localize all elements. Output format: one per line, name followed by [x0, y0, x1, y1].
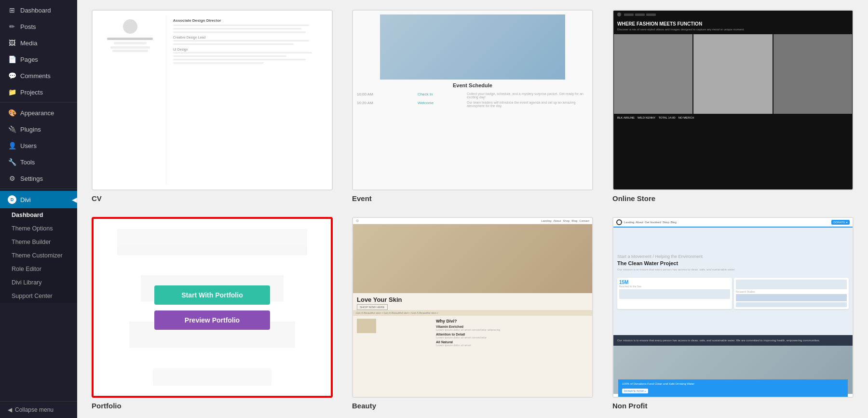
online-store-card-label: Online Store [612, 194, 655, 202]
np-nav: Landing About Get Involved Shop Blog DON… [613, 218, 853, 228]
np-stat-card-1: 15M Reached for the Sea [617, 278, 732, 309]
sidebar-submenu-item-role-editor[interactable]: Role Editor [0, 262, 77, 276]
beauty-feature-1: Vitamin Enriched Lorem ipsum dolor sit a… [436, 325, 588, 331]
sidebar: ⊞ Dashboard ✏ Posts 🖼 Media 📄 Pages 💬 Co… [0, 0, 77, 418]
main-content: Associate Design Director Creative Desig… [77, 0, 868, 418]
beauty-hero: Love Your Skin SHOP NOW HERE Get A Beaut… [353, 224, 592, 397]
beauty-preview-content: Landing About Shop Blog Contact Love You… [353, 218, 592, 397]
np-stat-card-2: Research Studies [734, 278, 849, 309]
sidebar-item-dashboard[interactable]: ⊞ Dashboard [0, 2, 77, 18]
collapse-icon: ◀ [8, 406, 12, 413]
theme-card-cv: Associate Design Director Creative Desig… [92, 10, 333, 202]
store-hero-title: WHERE FASHION MEETS FUNCTION [617, 21, 849, 27]
beauty-feature-2: Attention to Detail Lorem ipsum dolor si… [436, 333, 588, 339]
sidebar-submenu-item-dashboard[interactable]: Dashboard [0, 208, 77, 222]
np-hero: Start a Movement / Helping the Environme… [613, 228, 853, 335]
store-images [613, 34, 853, 114]
sidebar-item-media[interactable]: 🖼 Media [0, 35, 77, 51]
store-img-2 [693, 34, 772, 114]
portfolio-block-1 [117, 229, 307, 256]
beauty-nav-links: Landing About Shop Blog Contact [541, 219, 589, 222]
event-title: Event Schedule [453, 82, 492, 88]
store-hero-sub: Discover a mix of semi-styled videos and… [617, 28, 849, 31]
theme-card-event: Event Schedule 10:00 AM Check In Collect… [352, 10, 593, 202]
theme-card-online-store: WHERE FASHION MEETS FUNCTION Discover a … [612, 10, 854, 202]
sidebar-top-nav: ⊞ Dashboard ✏ Posts 🖼 Media 📄 Pages 💬 Co… [0, 0, 77, 305]
event-card-label: Event [352, 194, 372, 202]
nonprofit-preview-content: Landing About Get Involved Shop Blog DON… [613, 218, 853, 397]
beauty-why-title: Why Divi? [436, 319, 588, 324]
cv-card-label: CV [92, 194, 102, 202]
users-icon: 👤 [8, 142, 16, 149]
start-with-portfolio-button[interactable]: Start With Portfolio [154, 285, 270, 305]
preview-portfolio-button[interactable]: Preview Portfolio [154, 310, 270, 330]
pages-icon: 📄 [8, 55, 16, 63]
dashboard-icon: ⊞ [8, 6, 16, 14]
store-header [613, 11, 853, 18]
beauty-hero-title: Love Your Skin [353, 293, 592, 304]
np-stat-cards: 15M Reached for the Sea Research Studies [617, 278, 849, 309]
np-hero-title: The Clean Water Project [617, 260, 849, 266]
beauty-why-section: Why Divi? Vitamin Enriched Lorem ipsum d… [353, 316, 592, 351]
sidebar-submenu-item-theme-builder[interactable]: Theme Builder [0, 235, 77, 249]
sidebar-item-posts[interactable]: ✏ Posts [0, 18, 77, 35]
media-icon: 🖼 [8, 39, 16, 47]
sidebar-divider-2 [0, 189, 77, 189]
beauty-ticker: Get A Beautiful skin • Get A Beautiful s… [353, 310, 592, 316]
beauty-nav-logo [356, 219, 359, 222]
beauty-preview-card[interactable]: Landing About Shop Blog Contact Love You… [352, 217, 593, 398]
sidebar-submenu-item-theme-options[interactable]: Theme Options [0, 222, 77, 235]
divi-icon: D [8, 195, 16, 204]
sidebar-submenu-item-support-center[interactable]: Support Center [0, 289, 77, 303]
np-overlay: 100% of Donations Fund Clean and Safe Dr… [618, 379, 848, 397]
theme-card-beauty: Landing About Shop Blog Contact Love You… [352, 217, 593, 410]
store-preview-content: WHERE FASHION MEETS FUNCTION Discover a … [613, 11, 853, 189]
collapse-menu-button[interactable]: ◀ Collapse menu [0, 401, 77, 418]
sidebar-item-users[interactable]: 👤 Users [0, 137, 77, 154]
event-row-2: 10:20 AM Welcome Our team leaders will i… [357, 101, 588, 108]
appearance-icon: 🎨 [8, 109, 16, 117]
store-img-3 [773, 34, 852, 114]
sidebar-item-comments[interactable]: 💬 Comments [0, 67, 77, 84]
np-nav-logo [616, 219, 622, 225]
theme-grid: Associate Design Director Creative Desig… [92, 10, 854, 410]
beauty-shop-button[interactable]: SHOP NOW HERE [357, 304, 388, 310]
divi-arrow-icon: ◀ [72, 196, 77, 203]
sidebar-item-settings[interactable]: ⚙ Settings [0, 170, 77, 187]
np-donate-nav-button[interactable]: DONATE ● [831, 220, 850, 225]
beauty-hero-image [353, 224, 592, 293]
beauty-nav: Landing About Shop Blog Contact [353, 218, 592, 224]
event-preview-content: Event Schedule 10:00 AM Check In Collect… [353, 11, 592, 189]
event-row-1: 10:00 AM Check In Collect your badge, sc… [357, 92, 588, 99]
event-preview-card[interactable]: Event Schedule 10:00 AM Check In Collect… [352, 10, 593, 190]
plugins-icon: 🔌 [8, 125, 16, 133]
np-bottom-section: 100% of Donations Fund Clean and Safe Dr… [613, 346, 853, 397]
cv-preview-card[interactable]: Associate Design Director Creative Desig… [92, 10, 333, 190]
np-nav-links: Landing About Get Involved Shop Blog [624, 221, 677, 224]
sidebar-item-projects[interactable]: 📁 Projects [0, 84, 77, 100]
sidebar-submenu-item-theme-customizer[interactable]: Theme Customizer [0, 249, 77, 262]
non-profit-preview-card[interactable]: Landing About Get Involved Shop Blog DON… [612, 217, 854, 398]
comments-icon: 💬 [8, 72, 16, 80]
posts-icon: ✏ [8, 23, 16, 30]
sidebar-item-pages[interactable]: 📄 Pages [0, 51, 77, 67]
non-profit-card-label: Non Profit [612, 402, 648, 410]
sidebar-item-plugins[interactable]: 🔌 Plugins [0, 121, 77, 137]
store-img-1 [614, 34, 692, 114]
sidebar-submenu-item-divi-library[interactable]: Divi Library [0, 276, 77, 289]
sidebar-item-divi[interactable]: D Divi ◀ [0, 191, 77, 208]
np-donate-button[interactable]: DONATE NOW » [622, 389, 648, 393]
portfolio-preview-card[interactable]: Start With Portfolio Preview Portfolio [92, 217, 333, 398]
sidebar-submenu-divi: Dashboard Theme Options Theme Builder Th… [0, 208, 77, 303]
beauty-feature-3: All Natural Lorem ipsum dolor sit amet [436, 340, 588, 347]
projects-icon: 📁 [8, 88, 16, 96]
sidebar-divider-1 [0, 102, 77, 103]
np-overlay-text: 100% of Donations Fund Clean and Safe Dr… [622, 382, 844, 385]
portfolio-action-buttons: Start With Portfolio Preview Portfolio [154, 285, 270, 330]
sidebar-item-appearance[interactable]: 🎨 Appearance [0, 105, 77, 121]
sidebar-item-tools[interactable]: 🔧 Tools [0, 154, 77, 170]
np-dark-section: Our mission is to ensure that every pers… [613, 335, 853, 346]
theme-card-portfolio: Start With Portfolio Preview Portfolio P… [92, 217, 333, 410]
online-store-preview-card[interactable]: WHERE FASHION MEETS FUNCTION Discover a … [612, 10, 854, 190]
beauty-card-label: Beauty [352, 402, 376, 410]
